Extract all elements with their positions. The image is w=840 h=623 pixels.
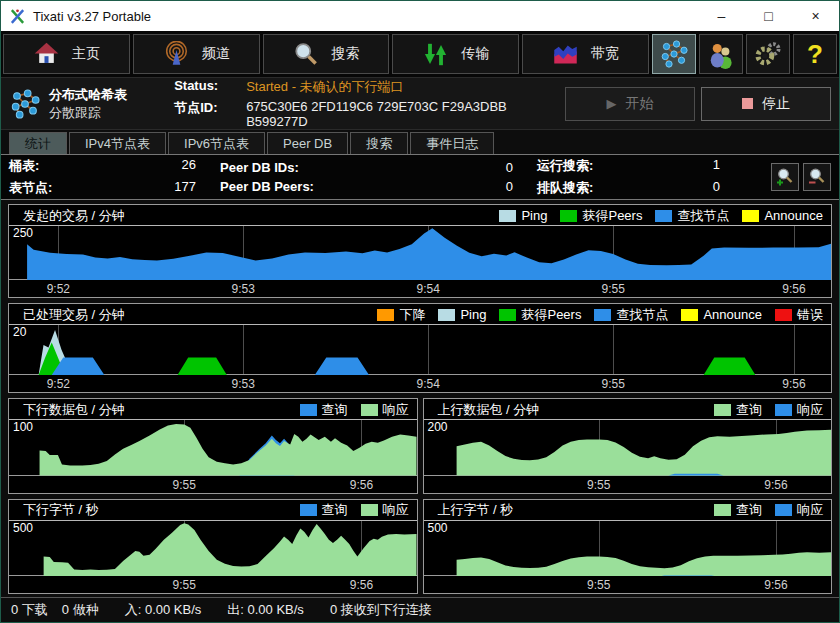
legend-label: Announce	[703, 307, 762, 322]
start-button[interactable]: ▶ 开始	[565, 87, 695, 121]
home-button[interactable]: 主页	[3, 34, 130, 74]
chart-incoming-bytes: 下行字节 / 秒 查询响应 500 9:559:56	[8, 499, 418, 595]
dht-nodes-icon	[659, 39, 689, 69]
bottom-status-bar: 0 下载 0 做种 入: 0.00 KB/s 出: 0.00 KB/s 0 接收…	[1, 597, 839, 622]
tick-labels: 9:559:56	[424, 577, 832, 593]
legend-label: Ping	[521, 208, 547, 223]
charts-area: 发起的交易 / 分钟 Ping获得Peers查找节点Announce 250 9…	[1, 200, 839, 597]
legend-swatch	[714, 504, 731, 516]
chart-legend: 查询响应	[300, 401, 409, 419]
transfers-arrows-icon	[422, 41, 449, 68]
tab-search[interactable]: 搜索	[350, 132, 408, 154]
tab-stats[interactable]: 统计	[9, 132, 67, 154]
plot-area	[424, 420, 832, 476]
legend-label: 响应	[383, 401, 409, 419]
status-info: Status: Started - 未确认的下行端口 节点ID: 675C30E…	[174, 78, 565, 129]
series-area	[668, 474, 723, 476]
queued-searches-value: 0	[625, 179, 720, 197]
section-title: 分布式哈希表	[49, 86, 127, 104]
legend-label: 查找节点	[677, 207, 729, 225]
stop-label: 停止	[762, 95, 790, 113]
outgoing-rate: 出: 0.00 KB/s	[227, 601, 304, 619]
chart-header: 下行数据包 / 分钟 查询响应	[9, 399, 417, 420]
transfers-button[interactable]: 传输	[392, 34, 519, 74]
chart-title: 下行数据包 / 分钟	[23, 401, 125, 419]
buckets-value: 26	[91, 157, 196, 175]
series-svg	[424, 420, 832, 476]
series-svg	[9, 325, 831, 375]
chart-title: 上行字节 / 秒	[438, 501, 514, 519]
tab-peer-db[interactable]: Peer DB	[267, 132, 348, 154]
close-button[interactable]: ×	[792, 1, 839, 31]
x-tick-label: 9:54	[417, 282, 440, 296]
x-tick-label: 9:56	[350, 478, 373, 492]
tab-event-log[interactable]: 事件日志	[410, 132, 494, 154]
stats-col-peerdb: Peer DB IDs:0 Peer DB Peers:0	[220, 160, 513, 194]
chart-plot: 500 9:559:56	[424, 521, 832, 594]
remove-search-button[interactable]	[803, 163, 831, 191]
chart-plot: 200 9:559:56	[424, 420, 832, 493]
x-tick-label: 9:55	[601, 282, 624, 296]
tab-ipv6-nodes[interactable]: IPv6节点表	[168, 132, 265, 154]
series-svg	[9, 226, 831, 280]
tab-ipv4-nodes[interactable]: IPv4节点表	[69, 132, 166, 154]
x-tick-label: 9:55	[587, 578, 610, 592]
chart-outgoing-packets: 上行数据包 / 分钟 查询响应 200 9:559:56	[423, 398, 833, 494]
tick-labels: 9:529:539:549:559:56	[9, 281, 831, 297]
broadcast-icon	[163, 41, 190, 68]
main-toolbar: 主页 频道 搜索 传输	[1, 31, 839, 78]
queued-searches-label: 排队搜索:	[537, 179, 625, 197]
search-zoom-buttons	[771, 163, 831, 191]
transfers-label: 传输	[461, 45, 489, 63]
channels-button[interactable]: 频道	[133, 34, 260, 74]
settings-button[interactable]	[746, 34, 790, 74]
maximize-button[interactable]: □	[745, 1, 792, 31]
series-svg	[9, 420, 417, 476]
legend-label: 响应	[383, 501, 409, 519]
chart-outgoing-bytes: 上行字节 / 秒 查询响应 500 9:559:56	[423, 499, 833, 595]
window-controls: – □ ×	[698, 1, 839, 31]
stop-button[interactable]: 停止	[701, 87, 831, 121]
legend-item: 下降	[377, 306, 425, 324]
search-button[interactable]: 搜索	[263, 34, 390, 74]
search-icon	[292, 41, 319, 68]
x-tick-label: 9:54	[417, 377, 440, 391]
chart-initiated-transactions: 发起的交易 / 分钟 Ping获得Peers查找节点Announce 250 9…	[8, 204, 832, 298]
x-tick-label: 9:53	[232, 377, 255, 391]
dht-button[interactable]	[652, 34, 696, 74]
series-area	[27, 228, 831, 280]
plot-area	[9, 226, 831, 280]
channels-label: 频道	[202, 45, 230, 63]
legend-swatch	[655, 210, 672, 222]
peers-button[interactable]	[699, 34, 743, 74]
x-tick-label: 9:55	[173, 578, 196, 592]
dht-section-icon	[9, 88, 41, 120]
window-title: Tixati v3.27 Portable	[33, 9, 151, 24]
legend-item: Announce	[742, 208, 823, 223]
peerdb-peers-value: 0	[348, 179, 513, 194]
action-buttons: ▶ 开始 停止	[565, 87, 831, 121]
bandwidth-button[interactable]: 带宽	[522, 34, 649, 74]
x-tick-label: 9:55	[587, 478, 610, 492]
help-button[interactable]: ?	[793, 34, 837, 74]
y-axis-max-label: 500	[13, 521, 33, 535]
incoming-rate: 入: 0.00 KB/s	[125, 601, 202, 619]
stats-col-searches: 运行搜索:1 排队搜索:0	[537, 157, 720, 197]
stats-col-table: 桶表:26 表节点:177	[9, 157, 196, 197]
home-icon	[33, 41, 60, 68]
minimize-button[interactable]: –	[698, 1, 745, 31]
plot-area	[9, 521, 417, 577]
y-axis-max-label: 200	[428, 420, 448, 434]
chart-title: 下行字节 / 秒	[23, 501, 99, 519]
plot-area	[9, 325, 831, 375]
legend-swatch	[300, 404, 317, 416]
tick-labels: 9:559:56	[9, 577, 417, 593]
chart-legend: Ping获得Peers查找节点Announce	[499, 207, 823, 225]
legend-item: Ping	[499, 208, 547, 223]
legend-item: 查询	[714, 401, 762, 419]
chart-legend: 查询响应	[714, 401, 823, 419]
tick-labels: 9:559:56	[424, 477, 832, 493]
add-search-button[interactable]	[771, 163, 799, 191]
legend-label: 响应	[797, 501, 823, 519]
stop-square-icon	[742, 98, 753, 109]
